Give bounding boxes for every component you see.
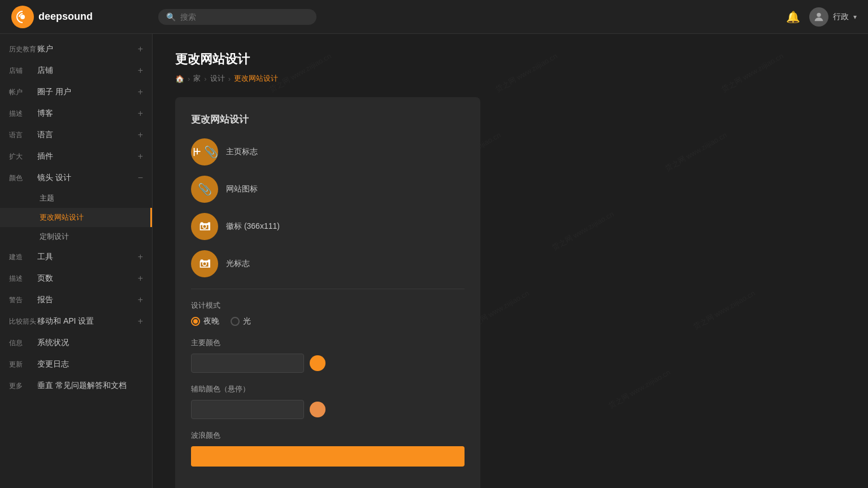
design-card: 更改网站设计 📎 主页标志 📎 网站图标 <box>175 97 480 488</box>
breadcrumb-design: 设计 <box>210 73 225 84</box>
sidebar-label: 页数 <box>37 273 138 284</box>
upload-cursor-button[interactable] <box>191 250 218 277</box>
watermark-text: 货之网 www.ziijiao.cn <box>550 209 616 252</box>
sidebar-subitem-change-design[interactable]: 更改网站设计 <box>0 208 152 227</box>
sidebar-item-history-edu[interactable]: 历史教育 账户 + <box>0 38 152 60</box>
sidebar-key: 建造 <box>9 252 37 262</box>
design-mode-radio-group: 夜晚 光 <box>191 316 465 326</box>
expand-icon: + <box>138 316 143 326</box>
sidebar-item-more[interactable]: 更多 垂直 常见问题解答和文档 <box>0 375 152 396</box>
breadcrumb-sep: › <box>228 75 231 83</box>
upload-favicon-button[interactable]: 📎 <box>191 176 218 203</box>
upload-logo-label: 主页标志 <box>226 147 258 157</box>
watermark-text: 货之网 www.ziijiao.cn <box>607 367 672 411</box>
sidebar-label: 插件 <box>37 151 138 162</box>
logo-text: deepsound <box>38 11 93 23</box>
sidebar-item-plugins[interactable]: 扩大 插件 + <box>0 146 152 167</box>
watermark-text: 货之网 www.ziijiao.cn <box>663 130 729 173</box>
upload-row-logo: 📎 主页标志 <box>191 138 465 165</box>
body-area: 历史教育 账户 + 店铺 店铺 + 帐户 圈子 用户 + 描述 博客 + 语言 … <box>0 34 868 488</box>
upload-row-favicon: 📎 网站图标 <box>191 176 465 203</box>
sidebar-label: 账户 <box>37 44 138 54</box>
main-content: 货之网 www.ziijiao.cn 货之网 www.ziijiao.cn 货之… <box>153 34 868 488</box>
upload-badge-button[interactable] <box>191 213 218 240</box>
sidebar-item-store[interactable]: 店铺 店铺 + <box>0 60 152 81</box>
breadcrumb: 🏠 › 家 › 设计 › 更改网站设计 <box>175 73 845 84</box>
search-bar[interactable]: 🔍 <box>158 9 316 25</box>
radio-night[interactable]: 夜晚 <box>191 316 219 326</box>
sidebar-item-changelog[interactable]: 更新 变更日志 <box>0 354 152 375</box>
breadcrumb-home: 家 <box>193 73 201 84</box>
breadcrumb-sep: › <box>188 75 190 83</box>
sidebar-label: 系统状况 <box>37 338 143 348</box>
upload-cursor-label: 光标志 <box>226 259 250 269</box>
avatar <box>809 7 828 27</box>
search-input[interactable] <box>180 12 309 21</box>
sidebar-key: 描述 <box>9 109 37 119</box>
expand-icon: + <box>138 108 143 119</box>
sidebar-subitem-theme[interactable]: 主题 <box>0 189 152 208</box>
sidebar-label: 镜头 设计 <box>37 173 138 183</box>
sidebar-subitem-custom-design[interactable]: 定制设计 <box>0 227 152 246</box>
expand-icon: + <box>138 87 143 97</box>
expand-icon: + <box>138 44 143 54</box>
sidebar-key: 信息 <box>9 338 37 348</box>
user-name: 行政 <box>833 12 849 22</box>
breadcrumb-home-icon: 🏠 <box>175 75 184 83</box>
sidebar-label: 语言 <box>37 130 138 140</box>
topbar-right: 🔔 行政 ▾ <box>786 7 857 27</box>
sidebar-label: 工具 <box>37 252 138 262</box>
expand-icon: + <box>138 295 143 305</box>
upload-logo-button[interactable]: 📎 <box>191 138 218 165</box>
expand-icon: + <box>138 130 143 140</box>
secondary-color-label: 辅助颜色（悬停） <box>191 384 465 394</box>
secondary-color-input[interactable]: #ea8e48 <box>191 400 304 419</box>
sidebar-key: 扩大 <box>9 152 37 162</box>
sidebar-label: 变更日志 <box>37 359 143 369</box>
design-mode-label: 设计模式 <box>191 300 465 311</box>
sidebar-item-account[interactable]: 帐户 圈子 用户 + <box>0 81 152 103</box>
logo-icon <box>11 6 34 28</box>
radio-light-label: 光 <box>243 316 251 326</box>
sidebar-item-tools[interactable]: 建造 工具 + <box>0 246 152 268</box>
sidebar-item-reports[interactable]: 警告 报告 + <box>0 289 152 311</box>
sidebar-item-api[interactable]: 比较箭头 移动和 API 设置 + <box>0 311 152 332</box>
primary-color-swatch[interactable] <box>310 355 326 371</box>
notification-bell[interactable]: 🔔 <box>786 10 800 24</box>
sidebar-key: 描述 <box>9 274 37 284</box>
sidebar-key: 比较箭头 <box>9 317 37 326</box>
wave-color-label: 波浪颜色 <box>191 430 465 441</box>
sidebar-key: 更新 <box>9 360 37 369</box>
secondary-color-swatch[interactable] <box>310 402 326 417</box>
svg-point-1 <box>817 12 821 16</box>
primary-color-input-wrap: #f98f1d <box>191 354 465 373</box>
sidebar-item-pages[interactable]: 描述 页数 + <box>0 268 152 289</box>
sidebar-label: 垂直 常见问题解答和文档 <box>37 381 143 391</box>
primary-color-input[interactable]: #f98f1d <box>191 354 304 373</box>
sidebar-item-design[interactable]: 颜色 镜头 设计 − <box>0 167 152 189</box>
sidebar-item-language[interactable]: 语言 语言 + <box>0 124 152 146</box>
upload-favicon-label: 网站图标 <box>226 184 258 194</box>
sidebar-key: 颜色 <box>9 173 37 183</box>
user-chevron-icon: ▾ <box>853 13 857 21</box>
radio-light-circle <box>231 317 240 326</box>
page-title: 更改网站设计 <box>175 51 845 68</box>
upload-badge-label: 徽标 (366x111) <box>226 221 280 232</box>
user-area[interactable]: 行政 ▾ <box>809 7 857 27</box>
sidebar-key: 店铺 <box>9 66 37 76</box>
expand-icon: + <box>138 273 143 284</box>
card-title: 更改网站设计 <box>191 113 465 126</box>
secondary-color-row: 辅助颜色（悬停） #ea8e48 <box>191 384 465 419</box>
sidebar-label: 移动和 API 设置 <box>37 316 138 326</box>
sidebar-label: 店铺 <box>37 66 138 76</box>
sidebar-item-blog[interactable]: 描述 博客 + <box>0 103 152 124</box>
svg-point-0 <box>20 15 25 19</box>
breadcrumb-sep: › <box>204 75 206 83</box>
breadcrumb-current: 更改网站设计 <box>234 73 278 84</box>
primary-color-row: 主要颜色 #f98f1d <box>191 338 465 373</box>
wave-color-bar[interactable] <box>191 446 465 467</box>
sidebar-item-system[interactable]: 信息 系统状况 <box>0 332 152 354</box>
sidebar-label: 圈子 用户 <box>37 87 138 97</box>
radio-light[interactable]: 光 <box>231 316 251 326</box>
sidebar-label: 报告 <box>37 295 138 305</box>
